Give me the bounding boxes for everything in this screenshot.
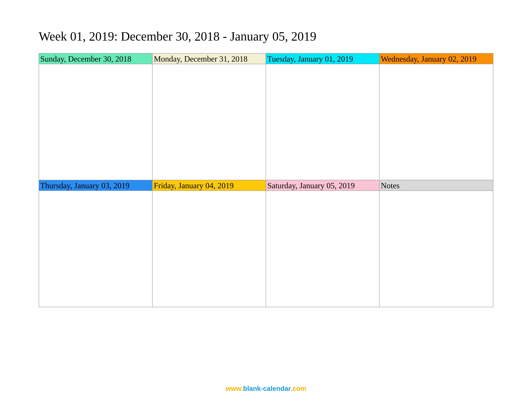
footer-link[interactable]: www.blank-calendar.com (0, 385, 532, 392)
day-body-wednesday[interactable] (380, 64, 493, 180)
footer-part-www: www. (226, 385, 243, 392)
day-header-monday: Monday, December 31, 2018 (152, 54, 266, 64)
day-header-tuesday: Tuesday, January 01, 2019 (266, 54, 380, 64)
day-header-wednesday: Wednesday, January 02, 2019 (380, 54, 493, 64)
day-body-sunday[interactable] (39, 64, 152, 180)
footer-part-domain: blank-calendar (243, 385, 291, 392)
day-body-saturday[interactable] (266, 191, 380, 307)
day-body-tuesday[interactable] (266, 64, 380, 180)
day-body-thursday[interactable] (39, 191, 152, 307)
day-header-sunday: Sunday, December 30, 2018 (39, 54, 152, 64)
day-body-friday[interactable] (152, 191, 266, 307)
week-grid: Sunday, December 30, 2018 Monday, Decemb… (39, 53, 493, 307)
page-title: Week 01, 2019: December 30, 2018 - Janua… (39, 29, 493, 44)
day-header-friday: Friday, January 04, 2019 (152, 180, 266, 191)
notes-header: Notes (380, 180, 493, 191)
footer-part-tld: .com (291, 385, 306, 392)
calendar-page: Week 01, 2019: December 30, 2018 - Janua… (0, 0, 532, 307)
day-header-thursday: Thursday, January 03, 2019 (39, 180, 152, 191)
day-body-monday[interactable] (152, 64, 266, 180)
notes-body[interactable] (380, 191, 493, 307)
day-header-saturday: Saturday, January 05, 2019 (266, 180, 380, 191)
